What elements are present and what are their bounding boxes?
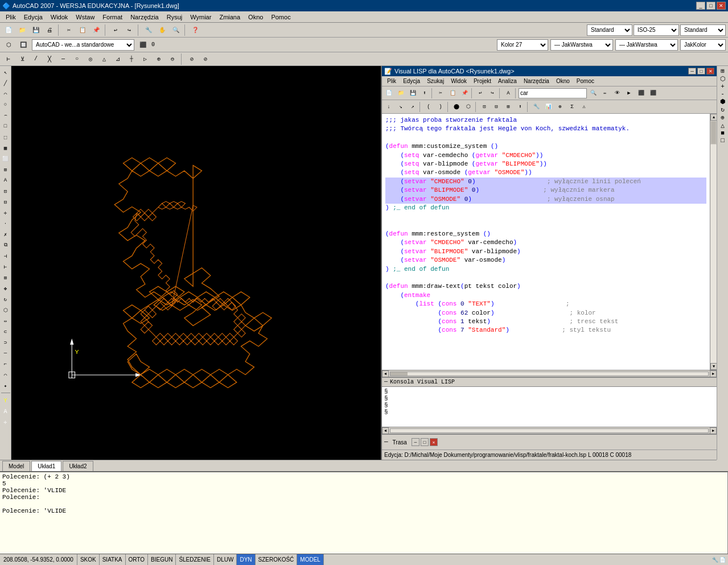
tool-region[interactable]: ⬜	[1, 154, 11, 164]
tool-table[interactable]: ⊞	[1, 164, 11, 175]
rtool-orbit[interactable]: ↻	[721, 106, 725, 113]
status-szerokosc[interactable]: SZEROKOŚĆ	[256, 554, 298, 565]
vlisp-debug1[interactable]: ⬤	[451, 101, 462, 113]
new-btn[interactable]: 📄	[2, 24, 15, 36]
menu-rysuj[interactable]: Rysuj	[163, 13, 186, 22]
tool-attdef[interactable]: ⊟	[1, 197, 11, 207]
status-siatka[interactable]: SIATKA	[100, 554, 126, 565]
tool-offset[interactable]: ⊢	[1, 262, 11, 272]
snap2[interactable]: ⊻	[16, 53, 28, 65]
help-btn[interactable]: ❓	[189, 24, 201, 36]
rtool-zoom-in[interactable]: +	[721, 83, 725, 90]
snap3[interactable]: /	[30, 53, 42, 65]
vlisp-search-input[interactable]	[519, 88, 587, 98]
tool-chamfer[interactable]: ⌐	[1, 359, 11, 369]
rtool-view[interactable]: ⊕	[721, 114, 725, 121]
snap1[interactable]: ⊢	[2, 53, 15, 65]
status-model[interactable]: MODEL	[297, 554, 324, 565]
layer-state-btn[interactable]: 🔲	[17, 39, 30, 51]
vlisp-eval-buf[interactable]: ⊞	[503, 101, 514, 113]
copy-btn[interactable]: 📋	[76, 24, 89, 36]
scroll-thumb[interactable]	[711, 121, 716, 144]
rtool-hide[interactable]: □	[721, 137, 725, 144]
close-button[interactable]: ✕	[717, 2, 726, 10]
vmenu-pomoc[interactable]: Pomoc	[574, 77, 597, 85]
status-orto[interactable]: ORTO	[126, 554, 149, 565]
menu-zmiana[interactable]: Zmiana	[216, 13, 244, 22]
vmenu-edycja[interactable]: Edycja	[400, 77, 423, 85]
tab-uklad1[interactable]: Układ1	[31, 461, 61, 471]
rtool-zoom[interactable]: ⬡	[720, 75, 726, 83]
textstyle-dropdown[interactable]: ISO-25	[634, 24, 679, 36]
tool-point[interactable]: ·	[1, 218, 11, 229]
vmenu-analiza[interactable]: Analiza	[495, 77, 520, 85]
undo-btn[interactable]: ↩	[109, 24, 122, 36]
vmenu-widok[interactable]: Widok	[448, 77, 470, 85]
trasa-btn1[interactable]: ─	[412, 438, 419, 446]
snap10[interactable]: ┼	[125, 53, 138, 65]
vlisp-paren1[interactable]: (	[423, 101, 434, 113]
tool-trim[interactable]: ⊂	[1, 327, 11, 337]
menu-wymiar[interactable]: Wymiar	[187, 13, 215, 22]
vlisp-inspect[interactable]: 🔧	[530, 101, 542, 113]
rtool-pan[interactable]: ⊞	[721, 67, 725, 75]
rtool-3d[interactable]: ⬢	[720, 98, 726, 105]
code-editor[interactable]: ;;; jakas proba stworzenie fraktala ;;; …	[382, 114, 710, 370]
vlisp-redo[interactable]: ↪	[487, 88, 498, 99]
vlisp-break[interactable]: ⬛	[647, 88, 659, 99]
vlisp-symbol[interactable]: Σ	[566, 101, 578, 113]
tool-rect[interactable]: □	[1, 121, 11, 131]
tool-xline[interactable]: ✛	[1, 208, 11, 218]
tool-explode[interactable]: ✦	[1, 381, 11, 391]
snap8[interactable]: △	[98, 53, 110, 65]
status-dyn[interactable]: DYN	[237, 554, 255, 565]
vlisp-copy[interactable]: 📋	[447, 88, 458, 99]
tool-polyline[interactable]: ⌒	[1, 89, 11, 99]
rtool-shade[interactable]: ■	[721, 130, 725, 137]
snap14[interactable]: ⊘	[186, 53, 198, 65]
pan-btn[interactable]: ✋	[156, 24, 168, 36]
tool-hatch[interactable]: ⬚	[1, 132, 11, 142]
style-dropdown[interactable]: Standard	[587, 24, 632, 36]
tool-insert[interactable]: ⊡	[1, 186, 11, 196]
tool-break[interactable]: —	[1, 348, 11, 358]
status-biegun[interactable]: BIEGUN	[148, 554, 176, 565]
vlisp-paste[interactable]: 📌	[459, 88, 470, 99]
rtool-ucs[interactable]: △	[721, 122, 725, 129]
tool-mirror[interactable]: ⊣	[1, 251, 11, 261]
rtool-zoom-out[interactable]: -	[721, 90, 725, 97]
snap7[interactable]: ◎	[84, 53, 97, 65]
console-hscroll[interactable]: ◄ ►	[382, 427, 717, 434]
trasa-close-btn[interactable]: ✕	[430, 438, 438, 446]
vlisp-load[interactable]: ⬆	[419, 88, 430, 99]
drawing-canvas[interactable]: × Y	[11, 66, 381, 460]
snap5[interactable]: —	[57, 53, 69, 65]
plot-btn[interactable]: 🖨	[43, 24, 56, 36]
vlisp-save[interactable]: 💾	[407, 88, 418, 99]
save-btn[interactable]: 💾	[30, 24, 42, 36]
command-window[interactable]: Polecenie: (+ 2 3) 5 Polecenie: 'VLIDE P…	[0, 471, 728, 554]
snap12[interactable]: ⊕	[153, 53, 165, 65]
layer-mgr-btn[interactable]: ⬡	[2, 39, 15, 51]
coordinates-display[interactable]: 208.0508, -54.9352, 0.0000	[0, 554, 77, 565]
trasa-btn2[interactable]: □	[421, 438, 429, 446]
tool-select[interactable]: ↖	[1, 67, 11, 77]
vlisp-eval-sel[interactable]: ⊟	[491, 101, 502, 113]
vmenu-projekt[interactable]: Projekt	[471, 77, 494, 85]
minimize-button[interactable]: _	[696, 2, 705, 10]
menu-wstaw[interactable]: Wstaw	[72, 13, 98, 22]
vlisp-undo[interactable]: ↩	[475, 88, 486, 99]
hscroll-right[interactable]: ►	[710, 370, 717, 377]
redo-btn[interactable]: ↪	[123, 24, 135, 36]
vlisp-new[interactable]: 📄	[383, 88, 394, 99]
color-dropdown[interactable]: Kolor 27	[497, 39, 548, 51]
matchprop-btn[interactable]: 🔧	[142, 24, 155, 36]
vmenu-plik[interactable]: Plik	[384, 77, 399, 85]
vlisp-eval[interactable]: ⊡	[479, 101, 490, 113]
vlisp-minimize-btn[interactable]: ─	[688, 68, 696, 75]
status-skok[interactable]: SKOK	[77, 554, 100, 565]
tool-move[interactable]: ✤	[1, 283, 11, 294]
tool-line[interactable]: ╱	[1, 78, 11, 88]
cut-btn[interactable]: ✂	[63, 24, 75, 36]
tool-scale[interactable]: ⬡	[1, 305, 11, 315]
